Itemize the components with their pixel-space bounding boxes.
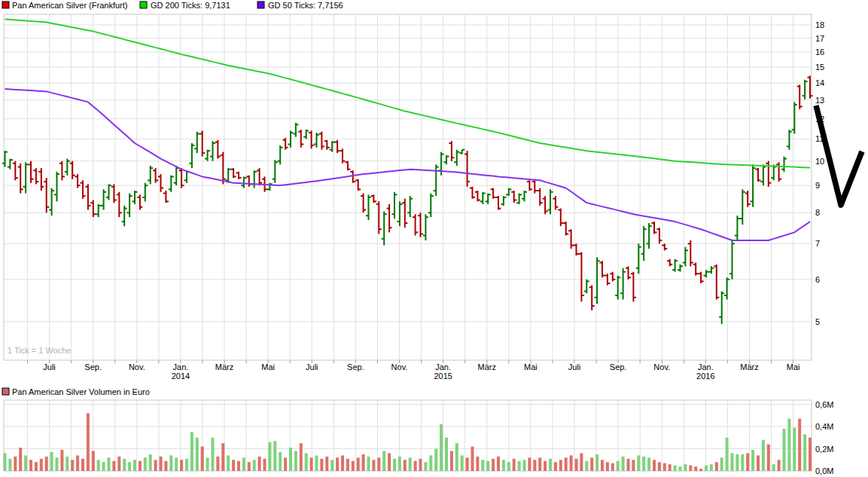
volume-bar (647, 457, 650, 471)
volume-bar (4, 453, 7, 471)
month-label: Juli (43, 362, 56, 372)
volume-bar (128, 462, 131, 471)
volume-bar (429, 455, 432, 471)
volume-bar (305, 453, 308, 471)
volume-tick-label: 0,2M (815, 445, 833, 454)
gd50-swatch (257, 2, 264, 8)
axis-labels: 181716151413121110987650,6M0,4M0,2M0,0MJ… (28, 20, 834, 475)
volume-bar (720, 457, 723, 471)
volume-bar (778, 460, 781, 471)
price-chart-legend: Pan American Silver (Frankfurt) GD 200 T… (2, 1, 343, 10)
volume-bar (352, 461, 355, 471)
volume-bar (803, 434, 806, 471)
gd200-swatch (140, 2, 147, 8)
volume-bar (14, 457, 17, 471)
gd200-label: GD 200 Ticks: 9,7131 (151, 1, 230, 10)
volume-bar (65, 457, 69, 471)
volume-bar (71, 460, 74, 471)
month-label: Jan. (698, 362, 714, 372)
month-label: Sep. (610, 362, 627, 372)
volume-bar (705, 466, 708, 471)
volume-bar (507, 462, 510, 471)
volume-bar (466, 457, 469, 471)
volume-bar (273, 441, 276, 471)
volume-bar (169, 455, 172, 471)
volume-bar (154, 460, 157, 471)
volume-bar (253, 460, 256, 471)
volume-bar (294, 451, 297, 471)
month-label: Sep. (84, 362, 102, 372)
volume-bar (419, 459, 422, 471)
volume-bar (398, 457, 401, 471)
volume-bar (783, 429, 786, 471)
price-grid (4, 14, 812, 360)
volume-bar (554, 462, 557, 471)
volume-bar (227, 455, 230, 471)
volume-bar (330, 460, 333, 471)
volume-bar (570, 455, 573, 471)
volume-bar (663, 463, 666, 471)
volume-bar (611, 463, 614, 471)
volume-tick-label: 0,0M (815, 466, 833, 475)
volume-bar (35, 462, 38, 471)
volume-bar (160, 457, 163, 471)
volume-bar (642, 457, 645, 471)
volume-bar (175, 457, 178, 471)
volume-bar (341, 455, 344, 471)
volume-bar (310, 457, 313, 471)
month-label: Sep. (347, 362, 364, 372)
volume-bar (196, 438, 199, 471)
price-tick-label: 17 (815, 34, 824, 43)
volume-bar (133, 460, 136, 471)
volume-bar (424, 462, 427, 471)
volume-bar (117, 457, 120, 471)
volume-bar (232, 460, 235, 471)
month-label: März (478, 362, 496, 372)
month-label: Jan. (435, 362, 451, 372)
volume-bar (284, 457, 287, 471)
price-series-label: Pan American Silver (Frankfurt) (12, 1, 127, 10)
volume-bar (710, 464, 713, 471)
volume-bar (595, 454, 598, 471)
volume-bar (201, 447, 204, 471)
volume-bar (741, 454, 744, 471)
volume-bar (627, 459, 630, 471)
volume-bar (367, 457, 370, 471)
volume-bar (809, 438, 812, 471)
volume-bar (679, 466, 682, 471)
volume-bar (658, 462, 661, 471)
year-label: 2015 (434, 372, 452, 381)
volume-bar (762, 440, 765, 471)
volume-bar (461, 455, 464, 471)
volume-bar (180, 460, 183, 471)
volume-bar (601, 460, 604, 471)
volume-bar (149, 454, 152, 471)
volume-bar (108, 457, 111, 471)
volume-tick-label: 0,6M (815, 400, 833, 409)
price-tick-label: 18 (815, 20, 824, 29)
volume-bar (263, 459, 266, 471)
volume-bar (50, 452, 53, 471)
volume-bar (669, 464, 672, 471)
volume-bar (206, 457, 209, 471)
month-label: Nov. (391, 362, 408, 372)
volume-tick-label: 0,4M (815, 422, 833, 431)
volume-bar (300, 443, 303, 471)
volume-bar (190, 432, 193, 471)
volume-bar (699, 469, 702, 471)
price-series-swatch (2, 2, 9, 8)
volume-bar (8, 459, 11, 471)
volume-bar (575, 459, 578, 471)
volume-bar (404, 460, 407, 471)
volume-bar (242, 457, 245, 471)
month-label: Juli (568, 362, 581, 372)
volume-bar (798, 419, 801, 471)
price-tick-label: 10 (815, 157, 824, 166)
volume-bar (40, 459, 43, 471)
volume-bar (81, 459, 84, 471)
price-tick-label: 8 (815, 208, 820, 217)
volume-bar (139, 461, 142, 471)
volume-bar (29, 460, 32, 471)
volume-bar (97, 460, 100, 471)
volume-bar (164, 461, 167, 471)
